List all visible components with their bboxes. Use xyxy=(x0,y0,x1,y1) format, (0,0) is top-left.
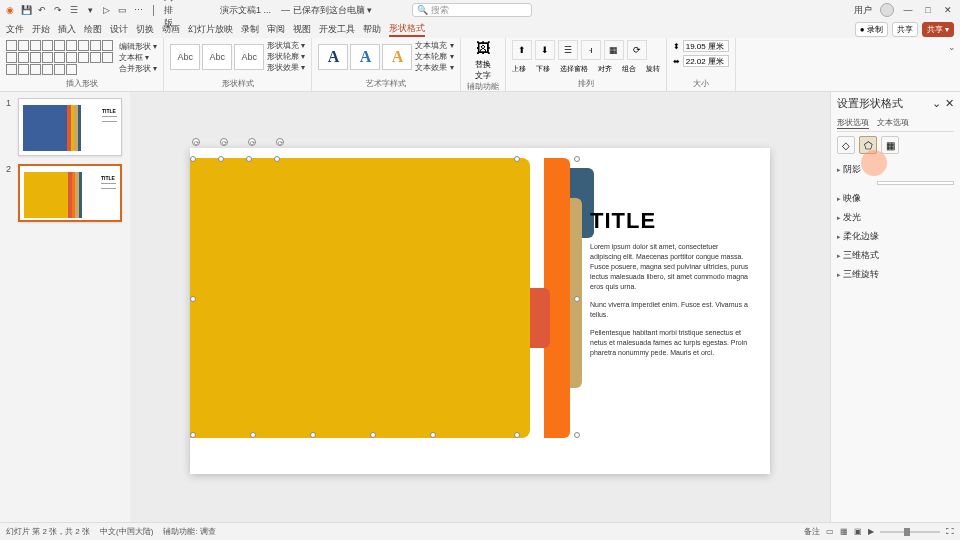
qat-dropdown[interactable]: ⋯ xyxy=(132,4,144,16)
minimize-button[interactable]: — xyxy=(902,5,914,15)
tab-transitions[interactable]: 切换 xyxy=(136,23,154,36)
tab-design[interactable]: 设计 xyxy=(110,23,128,36)
redo-icon[interactable]: ↷ xyxy=(52,4,64,16)
shape-style-1[interactable]: Abc xyxy=(170,44,200,70)
text-outline-menu[interactable]: 文本轮廓 ▾ xyxy=(415,51,453,62)
tab-review[interactable]: 审阅 xyxy=(267,23,285,36)
qat-more-icon[interactable]: ▾ xyxy=(84,4,96,16)
tab-record[interactable]: 录制 xyxy=(241,23,259,36)
tab-file[interactable]: 文件 xyxy=(6,23,24,36)
document-name[interactable]: 演示文稿1 ... xyxy=(220,4,271,17)
touch-icon[interactable]: ☰ xyxy=(68,4,80,16)
tab-help[interactable]: 帮助 xyxy=(363,23,381,36)
slide-para-3[interactable]: Pellentesque habitant morbi tristique se… xyxy=(590,328,750,358)
fit-to-window-icon[interactable]: ⛶ xyxy=(946,527,954,536)
shape-styles-gallery[interactable]: Abc Abc Abc xyxy=(170,44,264,70)
tab-slideshow[interactable]: 幻灯片放映 xyxy=(188,23,233,36)
shape-width-input[interactable]: 22.02 厘米 xyxy=(683,55,729,67)
section-shadow[interactable]: 阴影 xyxy=(837,160,954,179)
app-icon: ◉ xyxy=(4,4,16,16)
slideshow-qat-icon[interactable]: ▷ xyxy=(100,4,112,16)
record-button[interactable]: ● 录制 xyxy=(855,22,888,37)
merge-shapes-menu[interactable]: 合并形状 ▾ xyxy=(119,63,157,74)
thumbnail-2[interactable]: 2 TITLE—————— xyxy=(6,164,124,222)
text-box-menu[interactable]: 文本框 ▾ xyxy=(119,52,157,63)
shape-outline-menu[interactable]: 形状轮廓 ▾ xyxy=(267,51,305,62)
effects-icon[interactable]: ⬠ xyxy=(859,136,877,154)
shape-fill-menu[interactable]: 形状填充 ▾ xyxy=(267,40,305,51)
zoom-slider[interactable] xyxy=(880,531,940,533)
fill-line-icon[interactable]: ◇ xyxy=(837,136,855,154)
edit-shape-menu[interactable]: 编辑形状 ▾ xyxy=(119,41,157,52)
collapse-ribbon-icon[interactable]: ⌄ xyxy=(948,42,956,52)
section-reflection[interactable]: 映像 xyxy=(837,189,954,208)
group-size-label: 大小 xyxy=(673,78,729,89)
view-sorter-icon[interactable]: ▦ xyxy=(840,527,848,536)
selection-pane-button[interactable]: ☰ xyxy=(558,40,578,60)
bring-forward-button[interactable]: ⬆ xyxy=(512,40,532,60)
maximize-button[interactable]: □ xyxy=(922,5,934,15)
section-3drotation[interactable]: 三维旋转 xyxy=(837,265,954,284)
save-status[interactable]: — 已保存到这台电脑 ▾ xyxy=(281,4,372,17)
shadow-preset-bar[interactable] xyxy=(877,181,954,185)
tab-view[interactable]: 视图 xyxy=(293,23,311,36)
tab-animations[interactable]: 动画 xyxy=(162,23,180,36)
thumbnail-1[interactable]: 1 TITLE—————— xyxy=(6,98,124,156)
group-button[interactable]: ▦ xyxy=(604,40,624,60)
alt-text-button[interactable]: 替换 文字 xyxy=(475,59,491,81)
shape-effects-menu[interactable]: 形状效果 ▾ xyxy=(267,62,305,73)
align-button[interactable]: ⫞ xyxy=(581,40,601,60)
nb-tab-red[interactable] xyxy=(530,288,550,348)
wordart-style-3[interactable]: A xyxy=(382,44,412,70)
slide-para-2[interactable]: Nunc viverra imperdiet enim. Fusce est. … xyxy=(590,300,750,320)
close-button[interactable]: ✕ xyxy=(942,5,954,15)
section-softedges[interactable]: 柔化边缘 xyxy=(837,227,954,246)
tab-insert[interactable]: 插入 xyxy=(58,23,76,36)
shapes-gallery[interactable] xyxy=(6,40,116,75)
view-slideshow-icon[interactable]: ▶ xyxy=(868,527,874,536)
slide-title[interactable]: TITLE xyxy=(590,208,750,234)
nb-base-yellow[interactable] xyxy=(190,158,530,438)
text-effects-menu[interactable]: 文本效果 ▾ xyxy=(415,62,453,73)
notes-button[interactable]: 备注 xyxy=(804,526,820,537)
send-backward-button[interactable]: ⬇ xyxy=(535,40,555,60)
wordart-style-2[interactable]: A xyxy=(350,44,380,70)
shape-style-2[interactable]: Abc xyxy=(202,44,232,70)
section-glow[interactable]: 发光 xyxy=(837,208,954,227)
view-normal-icon[interactable]: ▭ xyxy=(826,527,834,536)
undo-icon[interactable]: ↶ xyxy=(36,4,48,16)
notebook-shape-group[interactable]: ⟳ ⟳ ⟳ ⟳ xyxy=(190,158,580,438)
section-3dformat[interactable]: 三维格式 xyxy=(837,246,954,265)
rotate-button[interactable]: ⟳ xyxy=(627,40,647,60)
slide-counter[interactable]: 幻灯片 第 2 张，共 2 张 xyxy=(6,526,90,537)
layout-qat2[interactable]: 列排版 xyxy=(164,4,176,16)
save-icon[interactable]: 💾 xyxy=(20,4,32,16)
present-button[interactable]: 共享 xyxy=(892,22,918,37)
shape-style-3[interactable]: Abc xyxy=(234,44,264,70)
text-fill-menu[interactable]: 文本填充 ▾ xyxy=(415,40,453,51)
alt-text-icon[interactable]: 🖼 xyxy=(476,40,490,56)
search-box[interactable]: 🔍 搜索 xyxy=(412,3,532,17)
shape-options-tab[interactable]: 形状选项 xyxy=(837,117,869,129)
tab-shapeformat[interactable]: 形状格式 xyxy=(389,22,425,37)
tab-developer[interactable]: 开发工具 xyxy=(319,23,355,36)
slide-canvas[interactable]: ⟳ ⟳ ⟳ ⟳ TITLE Lorem ipsum dolor sit amet… xyxy=(130,92,830,530)
pane-close-icon[interactable]: ✕ xyxy=(945,97,954,110)
wordart-gallery[interactable]: A A A xyxy=(318,44,412,70)
shape-height-input[interactable]: 19.05 厘米 xyxy=(683,40,729,52)
user-avatar[interactable] xyxy=(880,3,894,17)
layout-qat-icon[interactable]: ▭ xyxy=(116,4,128,16)
tab-home[interactable]: 开始 xyxy=(32,23,50,36)
accessibility-status[interactable]: 辅助功能: 调查 xyxy=(163,526,215,537)
user-name[interactable]: 用户 xyxy=(854,4,872,17)
size-props-icon[interactable]: ▦ xyxy=(881,136,899,154)
wordart-style-1[interactable]: A xyxy=(318,44,348,70)
text-options-tab[interactable]: 文本选项 xyxy=(877,117,909,129)
view-reading-icon[interactable]: ▣ xyxy=(854,527,862,536)
send-backward-label: 下移 xyxy=(536,64,550,74)
pane-dropdown-icon[interactable]: ⌄ xyxy=(932,97,941,110)
tab-draw[interactable]: 绘图 xyxy=(84,23,102,36)
language-status[interactable]: 中文(中国大陆) xyxy=(100,526,153,537)
slide-para-1[interactable]: Lorem ipsum dolor sit amet, consectetuer… xyxy=(590,242,750,292)
share-button[interactable]: 共享 ▾ xyxy=(922,22,954,37)
